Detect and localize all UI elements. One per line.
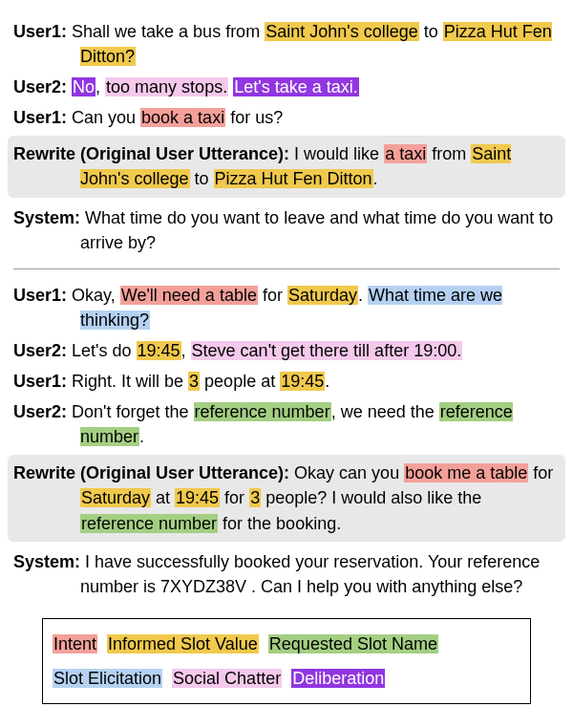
intent: We'll need a table — [120, 286, 258, 305]
informed-slot: Saturday — [80, 488, 151, 507]
text: I have successfully booked your reservat… — [80, 552, 540, 596]
informed-slot: 3 — [249, 488, 261, 507]
system-turn: System: What time do you want to leave a… — [13, 205, 560, 255]
text: . — [325, 372, 329, 391]
user2-turn: User2: Don't forget the reference number… — [13, 399, 560, 449]
system-turn: System: I have successfully booked your … — [13, 549, 560, 599]
intent: book me a table — [404, 463, 528, 482]
speaker: User2: — [13, 341, 67, 360]
user2-turn: User2: No, too many stops. Let's take a … — [13, 75, 560, 99]
text: from — [427, 144, 471, 163]
intent: a taxi — [384, 144, 427, 163]
requested-slot: reference number — [80, 514, 218, 533]
speaker: User1: — [13, 108, 67, 127]
legend-delib: Deliberation — [291, 669, 385, 688]
speaker: User1: — [13, 22, 67, 41]
legend-box: Intent Informed Slot Value Requested Slo… — [42, 618, 531, 704]
text: Okay, — [67, 286, 120, 305]
text: for — [528, 463, 553, 482]
text: people? I would also like the — [261, 488, 481, 507]
speaker: System: — [13, 552, 80, 571]
text: for — [258, 286, 287, 305]
deliberation: No — [72, 77, 96, 96]
legend-intent: Intent — [53, 634, 97, 653]
text: for — [220, 488, 249, 507]
speaker: User1: — [13, 286, 67, 305]
legend-req: Requested Slot Name — [268, 634, 438, 653]
text: I would like — [289, 144, 384, 163]
social-chatter: Steve can't get there till after 19:00. — [191, 341, 463, 360]
rewrite-turn: Rewrite (Original User Utterance): I wou… — [8, 136, 565, 197]
speaker: Rewrite (Original User Utterance): — [13, 144, 289, 163]
text: . — [139, 427, 144, 446]
speaker: User2: — [13, 402, 67, 421]
text: people at — [200, 372, 280, 391]
user1-turn: User1: Can you book a taxi for us? — [13, 105, 560, 130]
speaker: User1: — [13, 372, 67, 391]
speaker: Rewrite (Original User Utterance): — [13, 463, 289, 482]
text: Let's do — [67, 341, 136, 360]
text: . — [373, 169, 378, 188]
speaker: User2: — [13, 77, 67, 96]
text: , — [96, 77, 105, 96]
text: , we need the — [331, 402, 439, 421]
rewrite-turn: Rewrite (Original User Utterance): Okay … — [8, 455, 565, 541]
text: Right. It will be — [67, 372, 188, 391]
intent: book a taxi — [140, 108, 225, 127]
deliberation: Let's take a taxi. — [233, 77, 359, 96]
legend-slot: Informed Slot Value — [107, 634, 259, 653]
dialogue-2: User1: Okay, We'll need a table for Satu… — [13, 283, 560, 599]
informed-slot: Saturday — [287, 286, 358, 305]
informed-slot: 19:45 — [137, 341, 181, 360]
text: Don't forget the — [67, 402, 194, 421]
text: , — [181, 341, 191, 360]
user2-turn: User2: Let's do 19:45, Steve can't get t… — [13, 338, 560, 363]
text: for us? — [225, 108, 283, 127]
informed-slot: 3 — [188, 372, 200, 391]
text: to — [190, 169, 214, 188]
social-chatter: too many stops. — [105, 77, 228, 96]
informed-slot: 19:45 — [175, 488, 220, 507]
dialogue-1: User1: Shall we take a bus from Saint Jo… — [13, 19, 560, 255]
divider — [13, 268, 560, 269]
text: Can you — [67, 108, 140, 127]
text: Okay can you — [289, 463, 404, 482]
user1-turn: User1: Okay, We'll need a table for Satu… — [13, 283, 560, 332]
user1-turn: User1: Right. It will be 3 people at 19:… — [13, 369, 560, 394]
informed-slot: 19:45 — [280, 372, 325, 391]
text: . — [358, 286, 368, 305]
text: What time do you want to leave and what … — [80, 208, 553, 252]
requested-slot: reference number — [194, 402, 331, 421]
user1-turn: User1: Shall we take a bus from Saint Jo… — [13, 19, 560, 69]
informed-slot: Pizza Hut Fen Ditton — [214, 169, 373, 188]
text: to — [419, 22, 443, 41]
informed-slot: Saint John's college — [265, 22, 419, 41]
text: at — [151, 488, 175, 507]
text: for the booking. — [218, 514, 341, 533]
text: Shall we take a bus from — [67, 22, 265, 41]
legend-elic: Slot Elicitation — [53, 669, 162, 688]
legend-chat: Social Chatter — [172, 669, 282, 688]
speaker: System: — [13, 208, 80, 227]
